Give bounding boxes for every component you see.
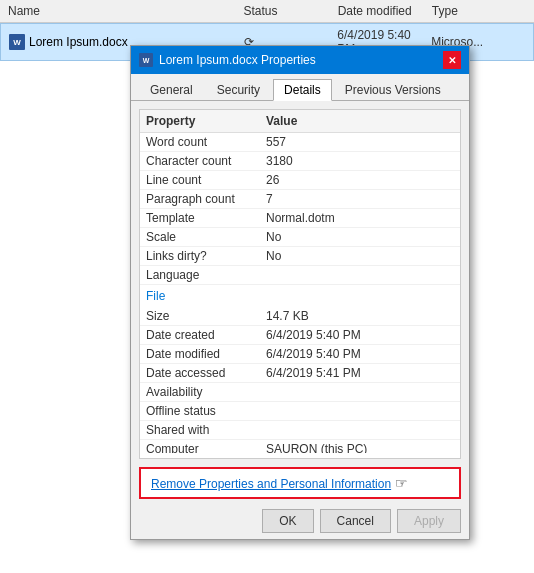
date-column-header: Date modified	[338, 4, 432, 18]
prop-row-para-count: Paragraph count 7	[140, 190, 460, 209]
prop-label-offline-status: Offline status	[146, 404, 266, 418]
prop-row-line-count: Line count 26	[140, 171, 460, 190]
prop-value-links-dirty: No	[266, 249, 281, 263]
cancel-button[interactable]: Cancel	[320, 509, 391, 533]
apply-button[interactable]: Apply	[397, 509, 461, 533]
prop-row-computer: Computer SAURON (this PC)	[140, 440, 460, 453]
dialog-title-bar: W Lorem Ipsum.docx Properties ✕	[131, 46, 469, 74]
prop-label-size: Size	[146, 309, 266, 323]
prop-label-line-count: Line count	[146, 173, 266, 187]
prop-row-word-count: Word count 557	[140, 133, 460, 152]
prop-value-char-count: 3180	[266, 154, 293, 168]
prop-value-date-modified: 6/4/2019 5:40 PM	[266, 347, 361, 361]
prop-label-word-count: Word count	[146, 135, 266, 149]
ok-button[interactable]: OK	[262, 509, 313, 533]
prop-label-date-accessed: Date accessed	[146, 366, 266, 380]
value-column-header: Value	[266, 114, 297, 128]
prop-row-template: Template Normal.dotm	[140, 209, 460, 228]
prop-row-language: Language	[140, 266, 460, 285]
prop-row-availability: Availability	[140, 383, 460, 402]
tab-previous-versions[interactable]: Previous Versions	[334, 79, 452, 101]
prop-row-date-accessed: Date accessed 6/4/2019 5:41 PM	[140, 364, 460, 383]
prop-row-date-modified: Date modified 6/4/2019 5:40 PM	[140, 345, 460, 364]
prop-label-date-modified: Date modified	[146, 347, 266, 361]
prop-value-template: Normal.dotm	[266, 211, 335, 225]
prop-label-para-count: Paragraph count	[146, 192, 266, 206]
tab-general[interactable]: General	[139, 79, 204, 101]
prop-label-shared-with: Shared with	[146, 423, 266, 437]
close-button[interactable]: ✕	[443, 51, 461, 69]
explorer-column-headers: Name Status Date modified Type	[0, 0, 534, 23]
prop-value-word-count: 557	[266, 135, 286, 149]
dialog-content-area: Property Value Word count 557 Character …	[139, 109, 461, 459]
remove-properties-link[interactable]: Remove Properties and Personal Informati…	[151, 477, 391, 491]
prop-row-size: Size 14.7 KB	[140, 307, 460, 326]
prop-row-offline-status: Offline status	[140, 402, 460, 421]
file-section-header: File	[140, 285, 460, 307]
prop-value-para-count: 7	[266, 192, 273, 206]
property-scroll-area[interactable]: Word count 557 Character count 3180 Line…	[140, 133, 460, 453]
hand-cursor-icon: ☞	[395, 475, 408, 491]
prop-label-char-count: Character count	[146, 154, 266, 168]
tab-bar: General Security Details Previous Versio…	[131, 74, 469, 101]
prop-label-availability: Availability	[146, 385, 266, 399]
prop-label-date-created: Date created	[146, 328, 266, 342]
prop-label-template: Template	[146, 211, 266, 225]
prop-value-size: 14.7 KB	[266, 309, 309, 323]
type-column-header: Type	[432, 4, 526, 18]
prop-row-char-count: Character count 3180	[140, 152, 460, 171]
word-file-icon: W	[9, 34, 25, 50]
prop-value-computer: SAURON (this PC)	[266, 442, 367, 453]
prop-value-date-accessed: 6/4/2019 5:41 PM	[266, 366, 361, 380]
dialog-title-icon: W	[139, 53, 153, 67]
property-column-header: Property	[146, 114, 266, 128]
prop-row-scale: Scale No	[140, 228, 460, 247]
property-table-header: Property Value	[140, 110, 460, 133]
prop-row-links-dirty: Links dirty? No	[140, 247, 460, 266]
prop-row-shared-with: Shared with	[140, 421, 460, 440]
name-column-header: Name	[8, 4, 243, 18]
prop-label-language: Language	[146, 268, 266, 282]
tab-details[interactable]: Details	[273, 79, 332, 101]
prop-label-links-dirty: Links dirty?	[146, 249, 266, 263]
file-name-label: Lorem Ipsum.docx	[29, 35, 128, 49]
title-bar-left: W Lorem Ipsum.docx Properties	[139, 53, 316, 67]
status-column-header: Status	[243, 4, 337, 18]
properties-dialog: W Lorem Ipsum.docx Properties ✕ General …	[130, 45, 470, 540]
remove-properties-area[interactable]: Remove Properties and Personal Informati…	[139, 467, 461, 499]
tab-security[interactable]: Security	[206, 79, 271, 101]
prop-label-computer: Computer	[146, 442, 266, 453]
prop-label-scale: Scale	[146, 230, 266, 244]
prop-value-line-count: 26	[266, 173, 279, 187]
prop-row-date-created: Date created 6/4/2019 5:40 PM	[140, 326, 460, 345]
dialog-button-bar: OK Cancel Apply	[131, 503, 469, 539]
prop-value-scale: No	[266, 230, 281, 244]
prop-value-date-created: 6/4/2019 5:40 PM	[266, 328, 361, 342]
dialog-title-text: Lorem Ipsum.docx Properties	[159, 53, 316, 67]
